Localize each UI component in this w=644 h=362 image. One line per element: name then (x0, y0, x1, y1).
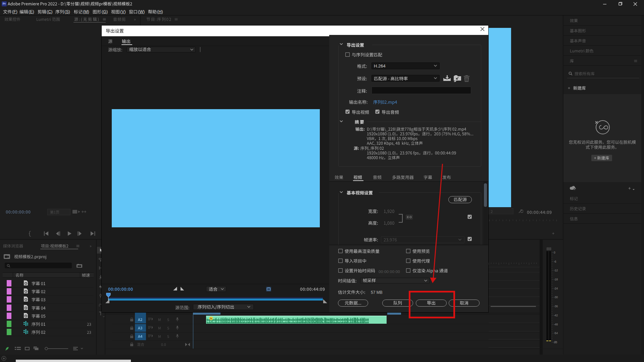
svg-text:fx: fx (210, 317, 212, 320)
